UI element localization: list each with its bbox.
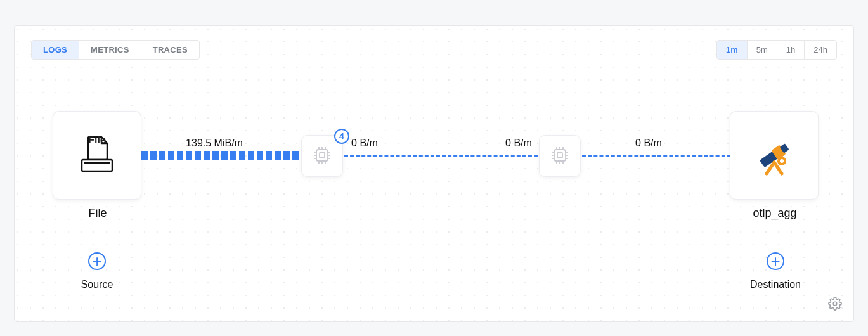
time-range-tabs: 1m 5m 1h 24h: [716, 40, 837, 60]
edge-2-label: 0 B/m: [351, 138, 378, 149]
tab-5m[interactable]: 5m: [747, 41, 777, 59]
pipeline-panel: LOGS METRICS TRACES 1m 5m 1h 24h 139.5 M…: [14, 25, 854, 322]
add-destination-label: Destination: [744, 279, 807, 290]
edge-3: [582, 155, 731, 157]
add-source-group: + Source: [78, 252, 116, 290]
tab-1h[interactable]: 1h: [777, 41, 804, 59]
tab-logs[interactable]: LOGS: [32, 41, 79, 59]
svg-point-36: [833, 302, 837, 306]
tab-24h[interactable]: 24h: [804, 41, 836, 59]
svg-rect-3: [320, 153, 325, 158]
chip-icon: [549, 145, 571, 168]
tab-1m[interactable]: 1m: [717, 41, 747, 59]
processor-node-1[interactable]: 4: [301, 135, 343, 177]
source-node[interactable]: File File: [53, 111, 141, 200]
destination-node[interactable]: otlp_agg: [730, 111, 819, 200]
add-destination-button[interactable]: +: [767, 252, 784, 270]
edge-1-label: 139.5 MiB/m: [186, 138, 243, 149]
gear-icon[interactable]: [828, 297, 842, 313]
plus-icon: +: [92, 253, 101, 269]
svg-rect-0: [82, 160, 112, 171]
source-node-label: File: [53, 207, 142, 220]
svg-rect-16: [554, 150, 566, 161]
destination-node-label: otlp_agg: [730, 207, 819, 220]
edge-4-label: 0 B/m: [635, 138, 662, 149]
svg-rect-2: [316, 150, 328, 161]
edge-2: [344, 155, 538, 157]
file-icon: [75, 133, 119, 178]
chip-icon: [311, 145, 333, 168]
telescope-icon: [749, 129, 800, 182]
svg-rect-17: [557, 153, 562, 158]
tab-traces[interactable]: TRACES: [141, 41, 199, 59]
add-source-label: Source: [78, 279, 116, 290]
add-source-button[interactable]: +: [88, 252, 106, 270]
edge-3-label: 0 B/m: [505, 138, 532, 149]
tab-metrics[interactable]: METRICS: [79, 41, 141, 59]
edge-1: [141, 151, 300, 160]
svg-point-33: [779, 158, 785, 164]
processor-1-badge: 4: [334, 129, 349, 144]
svg-rect-1: [84, 162, 110, 164]
plus-icon: +: [770, 253, 780, 269]
data-type-tabs: LOGS METRICS TRACES: [31, 40, 200, 60]
add-destination-group: + Destination: [744, 252, 807, 290]
processor-node-2[interactable]: [539, 135, 581, 177]
